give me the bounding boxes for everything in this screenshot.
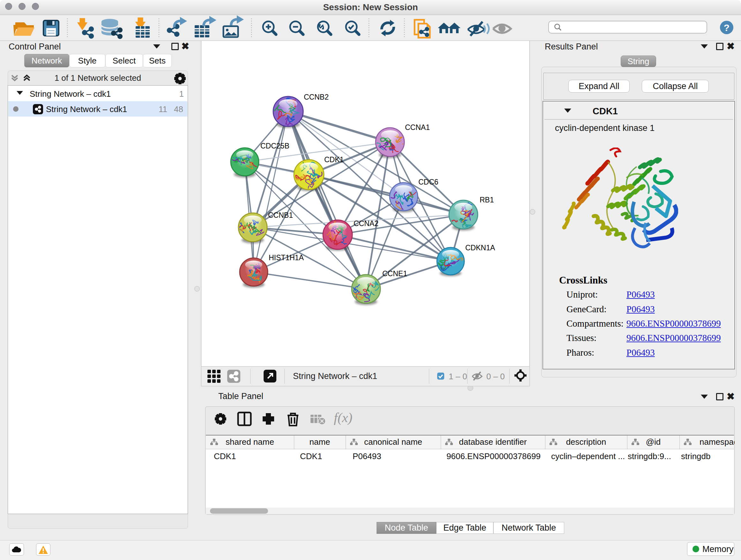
svg-text:CCNA1: CCNA1 <box>405 123 430 132</box>
svg-text:CDC6: CDC6 <box>418 178 439 186</box>
svg-text:CDKN1A: CDKN1A <box>465 244 495 252</box>
svg-text:HIST1H1A: HIST1H1A <box>269 253 304 262</box>
svg-text:?: ? <box>724 22 730 33</box>
svg-text:CCNE1: CCNE1 <box>382 269 407 278</box>
svg-text:RB1: RB1 <box>480 196 494 204</box>
svg-text:CCNB2: CCNB2 <box>304 93 329 101</box>
svg-text:CCNA2: CCNA2 <box>354 219 379 228</box>
svg-text:CDC25B: CDC25B <box>260 142 289 150</box>
svg-text:CCNB1: CCNB1 <box>268 211 293 219</box>
svg-text:CDK1: CDK1 <box>324 155 344 164</box>
